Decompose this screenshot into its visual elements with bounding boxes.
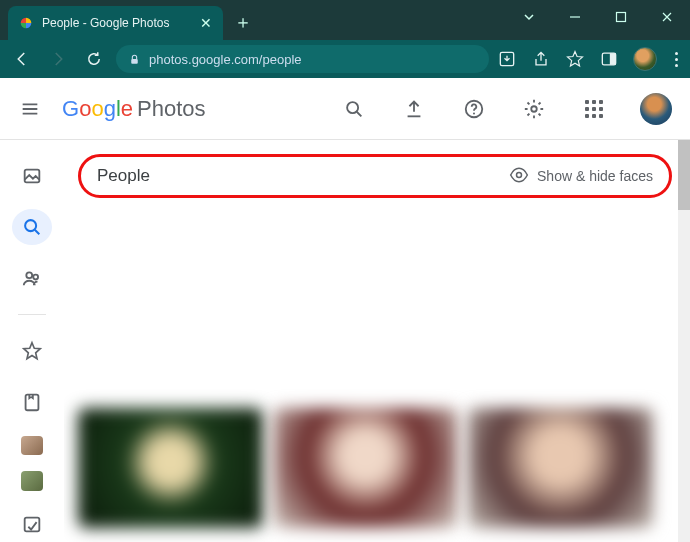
nav-divider (18, 314, 46, 315)
product-name: Photos (137, 96, 206, 122)
maximize-icon[interactable] (598, 0, 644, 34)
left-nav (0, 140, 64, 542)
url-field[interactable]: photos.google.com/people (116, 45, 489, 73)
scrollbar-thumb[interactable] (678, 140, 690, 210)
svg-rect-12 (25, 169, 40, 182)
browser-titlebar: People - Google Photos ✕ ＋ (0, 0, 690, 40)
svg-point-15 (26, 273, 32, 279)
forward-button[interactable] (44, 45, 72, 73)
eye-icon (509, 165, 529, 188)
google-apps-icon[interactable] (574, 89, 614, 129)
person-tile[interactable] (468, 408, 653, 528)
account-avatar[interactable] (640, 93, 672, 125)
close-icon[interactable] (644, 0, 690, 34)
page-header-highlight: People Show & hide faces (78, 154, 672, 198)
tab-title: People - Google Photos (42, 16, 191, 30)
side-panel-icon[interactable] (599, 49, 619, 69)
install-app-icon[interactable] (497, 49, 517, 69)
window-controls (506, 0, 690, 34)
nav-photos-icon[interactable] (12, 158, 52, 193)
svg-point-16 (33, 275, 38, 280)
show-hide-label: Show & hide faces (537, 168, 653, 184)
search-icon[interactable] (334, 89, 374, 129)
browser-tab[interactable]: People - Google Photos ✕ (8, 6, 223, 40)
main-content: People Show & hide faces (64, 140, 690, 542)
new-tab-button[interactable]: ＋ (229, 8, 257, 36)
google-photos-favicon (18, 15, 34, 31)
page-title: People (97, 166, 150, 186)
nav-thumb-2[interactable] (21, 471, 43, 490)
svg-point-13 (25, 220, 36, 231)
chrome-menu-icon[interactable] (671, 52, 682, 67)
nav-favorites-icon[interactable] (12, 333, 52, 368)
app-header: Google Photos (0, 78, 690, 140)
svg-point-11 (531, 106, 537, 112)
person-tile[interactable] (273, 408, 458, 528)
google-photos-logo[interactable]: Google Photos (62, 96, 206, 122)
person-tile[interactable] (78, 408, 263, 528)
app-body: People Show & hide faces (0, 140, 690, 542)
back-button[interactable] (8, 45, 36, 73)
svg-point-19 (517, 172, 522, 177)
lock-icon (128, 53, 141, 66)
share-icon[interactable] (531, 49, 551, 69)
svg-point-6 (347, 102, 358, 113)
browser-address-bar: photos.google.com/people (0, 40, 690, 78)
url-text: photos.google.com/people (149, 52, 302, 67)
nav-thumb-1[interactable] (21, 436, 43, 455)
chrome-profile-avatar[interactable] (633, 47, 657, 71)
show-hide-faces-button[interactable]: Show & hide faces (509, 165, 653, 188)
help-icon[interactable] (454, 89, 494, 129)
upload-icon[interactable] (394, 89, 434, 129)
settings-gear-icon[interactable] (514, 89, 554, 129)
svg-rect-1 (617, 13, 626, 22)
nav-search-icon[interactable] (12, 209, 52, 244)
nav-albums-icon[interactable] (12, 384, 52, 419)
tab-close-icon[interactable]: ✕ (199, 16, 213, 30)
chevron-down-icon[interactable] (506, 0, 552, 34)
svg-line-7 (357, 111, 362, 116)
nav-archive-icon[interactable] (12, 507, 52, 542)
svg-line-14 (35, 230, 40, 235)
main-menu-icon[interactable] (18, 97, 42, 121)
svg-rect-5 (610, 53, 616, 65)
svg-rect-2 (131, 58, 138, 63)
nav-sharing-icon[interactable] (12, 261, 52, 296)
minimize-icon[interactable] (552, 0, 598, 34)
reload-button[interactable] (80, 45, 108, 73)
svg-point-10 (473, 112, 475, 114)
people-grid (78, 408, 672, 528)
bookmark-star-icon[interactable] (565, 49, 585, 69)
